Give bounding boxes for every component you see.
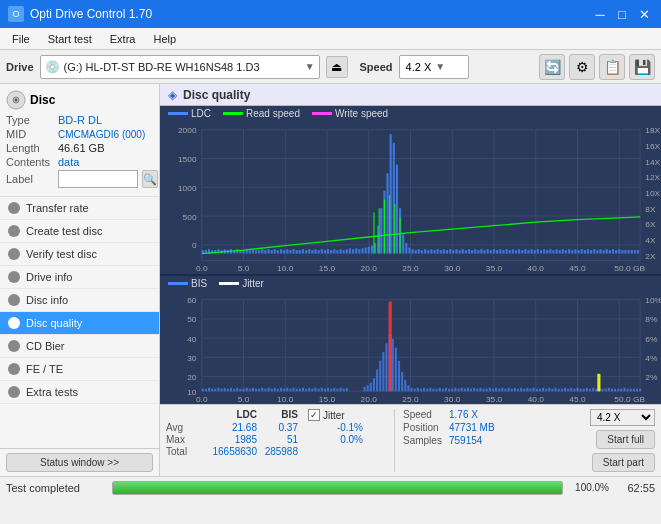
svg-rect-52 — [217, 249, 219, 253]
svg-rect-337 — [539, 388, 541, 391]
svg-rect-282 — [367, 385, 369, 391]
drive-select-text: (G:) HL-DT-ST BD-RE WH16NS48 1.D3 — [64, 61, 301, 73]
svg-rect-70 — [274, 249, 276, 253]
svg-rect-326 — [504, 388, 506, 391]
status-window-button[interactable]: Status window >> — [6, 453, 153, 472]
disc-label-label: Label — [6, 173, 54, 185]
sidebar-item-fe-te[interactable]: FE / TE — [0, 358, 159, 381]
svg-rect-88 — [330, 250, 332, 253]
title-bar: O Opti Drive Control 1.70 ─ □ ✕ — [0, 0, 661, 28]
speed-value: 4.2 X — [406, 61, 432, 73]
sidebar-item-disc-quality[interactable]: Disc quality — [0, 312, 159, 335]
svg-rect-122 — [437, 249, 439, 253]
nav-icon-create-test-disc — [8, 225, 20, 237]
svg-rect-336 — [536, 388, 538, 391]
svg-rect-180 — [618, 249, 620, 253]
settings-button[interactable]: ⚙ — [569, 54, 595, 80]
svg-rect-134 — [474, 249, 476, 253]
svg-rect-236 — [208, 387, 210, 390]
disc-title: Disc — [30, 93, 55, 107]
disc-type-value: BD-R DL — [58, 114, 102, 126]
start-full-button[interactable]: Start full — [596, 430, 655, 449]
svg-rect-178 — [612, 249, 614, 253]
disc-label-input[interactable] — [58, 170, 138, 188]
svg-rect-99 — [365, 247, 367, 253]
svg-rect-139 — [490, 250, 492, 253]
svg-text:10X: 10X — [645, 190, 660, 198]
chart-header: ◈ Disc quality — [160, 84, 661, 106]
svg-rect-246 — [239, 388, 241, 391]
menu-file[interactable]: File — [4, 31, 38, 47]
svg-text:40: 40 — [187, 335, 196, 343]
nav-label-transfer-rate: Transfer rate — [26, 202, 89, 214]
drive-select[interactable]: 💿 (G:) HL-DT-ST BD-RE WH16NS48 1.D3 ▼ — [40, 55, 320, 79]
stats-header-row: xx LDC BIS ✓ Jitter — [166, 409, 386, 421]
svg-rect-155 — [540, 250, 542, 253]
stats-samples-label: Samples — [403, 435, 443, 446]
svg-text:2000: 2000 — [178, 127, 197, 135]
sidebar-item-create-test-disc[interactable]: Create test disc — [0, 220, 159, 243]
sidebar-item-extra-tests[interactable]: Extra tests — [0, 381, 159, 404]
speed-label: Speed — [360, 61, 393, 73]
legend-read-speed-color — [223, 112, 243, 115]
copy-button[interactable]: 📋 — [599, 54, 625, 80]
menu-extra[interactable]: Extra — [102, 31, 144, 47]
svg-rect-366 — [630, 388, 632, 391]
svg-text:35.0: 35.0 — [486, 265, 502, 273]
svg-rect-136 — [480, 249, 482, 253]
disc-length-label: Length — [6, 142, 54, 154]
sidebar-item-verify-test-disc[interactable]: Verify test disc — [0, 243, 159, 266]
svg-rect-77 — [296, 250, 298, 253]
svg-rect-286 — [379, 360, 381, 391]
svg-rect-163 — [565, 250, 567, 253]
svg-rect-260 — [283, 388, 285, 391]
disc-mid-value: CMCMAGDI6 (000) — [58, 129, 145, 140]
refresh-button[interactable]: 🔄 — [539, 54, 565, 80]
svg-rect-101 — [371, 246, 373, 254]
disc-label-button[interactable]: 🔍 — [142, 170, 158, 188]
svg-rect-302 — [429, 387, 431, 390]
close-button[interactable]: ✕ — [635, 5, 653, 23]
svg-rect-146 — [512, 249, 514, 253]
svg-rect-291 — [395, 347, 397, 391]
svg-text:30: 30 — [187, 354, 196, 362]
svg-text:15.0: 15.0 — [319, 395, 335, 403]
jitter-checkbox[interactable]: ✓ — [308, 409, 320, 421]
save-button[interactable]: 💾 — [629, 54, 655, 80]
svg-rect-371 — [597, 373, 600, 390]
svg-rect-266 — [302, 387, 304, 390]
stats-position-val: 47731 MB — [449, 422, 495, 433]
svg-rect-80 — [305, 250, 307, 253]
sidebar-item-cd-bier[interactable]: CD Bier — [0, 335, 159, 358]
maximize-button[interactable]: □ — [613, 5, 631, 23]
sidebar-item-disc-info[interactable]: Disc info — [0, 289, 159, 312]
svg-rect-185 — [634, 250, 636, 253]
speed-select[interactable]: 4.2 X ▼ — [399, 55, 469, 79]
svg-rect-150 — [524, 249, 526, 253]
sidebar-item-drive-info[interactable]: Drive info — [0, 266, 159, 289]
minimize-button[interactable]: ─ — [591, 5, 609, 23]
legend-jitter-color — [219, 282, 239, 285]
svg-rect-287 — [382, 352, 384, 391]
svg-rect-324 — [498, 388, 500, 391]
svg-rect-112 — [405, 243, 407, 253]
sidebar-item-transfer-rate[interactable]: Transfer rate — [0, 197, 159, 220]
svg-rect-252 — [258, 388, 260, 391]
progress-container — [112, 481, 563, 495]
svg-rect-97 — [358, 249, 360, 253]
svg-rect-292 — [398, 360, 400, 391]
menu-help[interactable]: Help — [145, 31, 184, 47]
stats-header-bis: BIS — [263, 409, 298, 421]
svg-rect-137 — [484, 250, 486, 253]
svg-rect-68 — [268, 249, 270, 253]
svg-rect-284 — [373, 378, 375, 391]
start-part-button[interactable]: Start part — [592, 453, 655, 472]
drive-eject-button[interactable]: ⏏ — [326, 56, 348, 78]
stats-section-speed: Speed 1.76 X Position 47731 MB Samples 7… — [403, 409, 533, 472]
menu-start-test[interactable]: Start test — [40, 31, 100, 47]
speed-select-small[interactable]: 4.2 X — [590, 409, 655, 426]
svg-rect-140 — [493, 249, 495, 253]
bottom-legend: BIS Jitter — [160, 274, 661, 291]
svg-text:1500: 1500 — [178, 156, 197, 164]
svg-rect-181 — [621, 250, 623, 253]
